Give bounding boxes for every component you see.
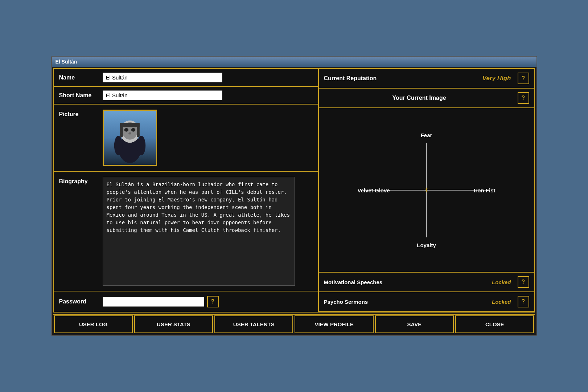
motivational-value: Locked: [492, 279, 511, 285]
compass-diagram: ✳ Fear Loyalty Velvet Glove Iron Fist: [358, 132, 496, 248]
short-name-row: Short Name: [54, 87, 318, 105]
close-button[interactable]: CLOSE: [455, 315, 534, 333]
image-label: Your Current Image: [324, 95, 515, 101]
svg-rect-10: [137, 123, 140, 137]
motivational-label: Motivational Speeches: [324, 279, 492, 285]
reputation-label: Current Reputation: [324, 75, 482, 82]
user-log-button[interactable]: USER LOG: [54, 315, 133, 333]
svg-point-6: [128, 132, 131, 135]
svg-point-12: [137, 136, 145, 155]
psycho-label: Psycho Sermons: [324, 299, 492, 305]
compass-loyalty-label: Loyalty: [417, 242, 436, 248]
password-row: Password ?: [54, 291, 318, 312]
compass-velvet-label: Velvet Glove: [358, 187, 390, 193]
reputation-row: Current Reputation Very High ?: [319, 69, 534, 89]
svg-rect-7: [126, 136, 133, 138]
bio-row: Biography: [54, 172, 318, 291]
motivational-help-button[interactable]: ?: [518, 276, 529, 288]
bottom-bar: USER LOG USER STATS USER TALENTS VIEW PR…: [53, 314, 535, 334]
password-help-button[interactable]: ?: [207, 296, 219, 307]
title-bar: El Sultán: [52, 57, 536, 67]
main-content: Name Short Name Picture: [53, 68, 535, 313]
psycho-value: Locked: [492, 299, 511, 305]
image-help-button[interactable]: ?: [518, 92, 529, 104]
reputation-help-button[interactable]: ?: [518, 73, 529, 84]
window-title: El Sultán: [55, 59, 77, 65]
svg-rect-9: [120, 123, 123, 137]
psycho-help-button[interactable]: ?: [518, 296, 529, 307]
name-input[interactable]: [103, 73, 222, 82]
compass-iron-label: Iron Fist: [474, 187, 495, 193]
image-section: Your Current Image ?: [319, 89, 534, 108]
motivational-row: Motivational Speeches Locked ?: [319, 273, 534, 292]
view-profile-button[interactable]: VIEW PROFILE: [295, 315, 373, 333]
user-talents-button[interactable]: USER TALENTS: [214, 315, 293, 333]
psycho-row: Psycho Sermons Locked ?: [319, 292, 534, 312]
svg-rect-8: [120, 123, 140, 127]
password-label: Password: [59, 298, 103, 305]
short-name-input[interactable]: [103, 90, 222, 100]
right-panel: Current Reputation Very High ? Your Curr…: [319, 69, 534, 312]
wrestler-image: [104, 110, 156, 166]
short-name-label: Short Name: [59, 92, 103, 99]
user-stats-button[interactable]: USER STATS: [134, 315, 213, 333]
picture-row: Picture: [54, 105, 318, 172]
svg-point-5: [131, 128, 135, 132]
left-panel: Name Short Name Picture: [54, 69, 319, 312]
svg-point-4: [124, 128, 128, 132]
compass-fear-label: Fear: [421, 132, 432, 138]
compass-center-point: ✳: [424, 188, 429, 193]
main-window: El Sultán Name Short Name Picture: [51, 56, 537, 336]
password-input[interactable]: [103, 297, 204, 307]
picture-label: Picture: [59, 111, 103, 118]
save-button[interactable]: SAVE: [375, 315, 454, 333]
compass-section: ✳ Fear Loyalty Velvet Glove Iron Fist: [319, 108, 534, 273]
bio-textarea[interactable]: [103, 177, 295, 286]
svg-point-11: [114, 136, 122, 155]
picture-frame[interactable]: [103, 110, 157, 166]
bio-label: Biography: [59, 178, 103, 185]
name-label: Name: [59, 74, 103, 81]
reputation-value: Very High: [482, 75, 511, 82]
name-row: Name: [54, 69, 318, 87]
